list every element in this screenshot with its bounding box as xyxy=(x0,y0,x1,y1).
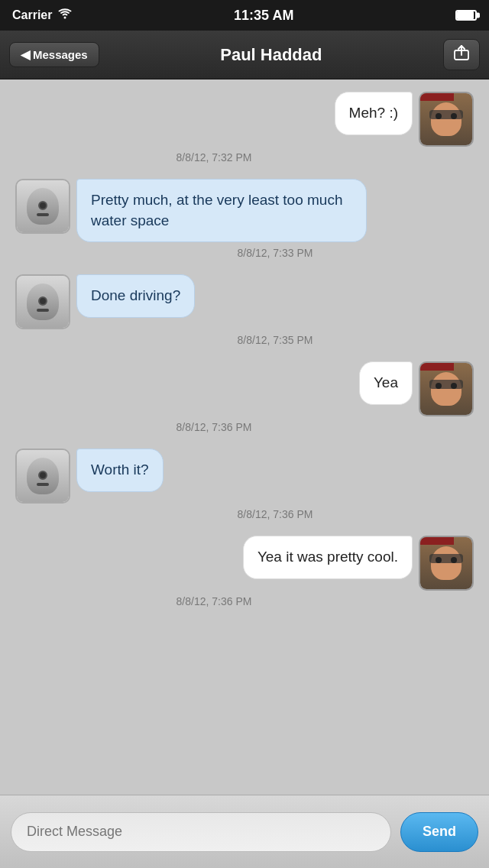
wifi-icon xyxy=(58,8,72,22)
share-icon xyxy=(453,44,470,65)
message-text: Yea it was pretty cool. xyxy=(257,549,398,565)
incoming-avatar xyxy=(15,274,70,329)
nav-bar: ◀ Messages Paul Haddad xyxy=(0,31,489,79)
incoming-avatar xyxy=(15,449,70,504)
outgoing-avatar xyxy=(419,361,474,416)
message-group: Yea it was pretty cool. 8/8/12, 7:36 PM xyxy=(9,536,480,620)
message-text: Meh? :) xyxy=(349,105,398,121)
message-timestamp: 8/8/12, 7:36 PM xyxy=(9,421,480,433)
incoming-avatar xyxy=(15,179,70,234)
message-row: Yea it was pretty cool. xyxy=(9,536,480,591)
message-text: Worth it? xyxy=(91,462,149,478)
outgoing-avatar xyxy=(419,92,474,147)
message-row: Pretty much, at the very least too much … xyxy=(9,179,480,242)
nav-title: Paul Haddad xyxy=(99,45,443,65)
send-button[interactable]: Send xyxy=(400,812,478,852)
message-timestamp: 8/8/12, 7:36 PM xyxy=(9,508,480,520)
message-bubble: Yea xyxy=(359,361,413,405)
message-bubble: Done driving? xyxy=(76,274,195,318)
message-row: Meh? :) xyxy=(9,92,480,147)
message-bubble: Yea it was pretty cool. xyxy=(243,536,413,579)
message-timestamp: 8/8/12, 7:36 PM xyxy=(9,595,480,607)
svg-point-0 xyxy=(64,17,66,19)
message-timestamp: 8/8/12, 7:33 PM xyxy=(9,247,480,259)
message-bubble: Meh? :) xyxy=(335,92,413,135)
message-timestamp: 8/8/12, 7:35 PM xyxy=(9,334,480,346)
back-button-label: Messages xyxy=(33,48,88,61)
time-label: 11:35 AM xyxy=(234,8,293,24)
message-text: Done driving? xyxy=(91,287,180,303)
message-input[interactable] xyxy=(11,812,391,852)
battery-icon xyxy=(455,10,477,21)
back-arrow-icon: ◀ xyxy=(21,47,30,62)
outgoing-avatar xyxy=(419,536,474,591)
share-button[interactable] xyxy=(443,39,480,70)
message-group: Done driving? 8/8/12, 7:35 PM xyxy=(9,274,480,358)
message-text: Yea xyxy=(374,374,398,390)
message-row: Yea xyxy=(9,361,480,416)
status-bar: Carrier 11:35 AM xyxy=(0,0,489,31)
message-row: Done driving? xyxy=(9,274,480,329)
message-group: Meh? :) 8/8/12, 7:32 PM xyxy=(9,92,480,176)
chat-area: Meh? :) 8/8/12, 7:32 PM Pretty much, at … xyxy=(0,79,489,828)
message-group: Pretty much, at the very least too much … xyxy=(9,179,480,271)
message-bubble: Pretty much, at the very least too much … xyxy=(76,179,367,242)
message-text: Pretty much, at the very least too much … xyxy=(91,192,342,228)
message-bubble: Worth it? xyxy=(76,449,164,492)
input-bar: Send xyxy=(0,795,489,868)
message-timestamp: 8/8/12, 7:32 PM xyxy=(9,151,480,164)
carrier-label: Carrier xyxy=(12,8,52,22)
message-row: Worth it? xyxy=(9,449,480,504)
send-button-label: Send xyxy=(423,824,456,839)
message-group: Yea 8/8/12, 7:36 PM xyxy=(9,361,480,445)
message-group: Worth it? 8/8/12, 7:36 PM xyxy=(9,449,480,533)
back-button[interactable]: ◀ Messages xyxy=(9,42,99,67)
